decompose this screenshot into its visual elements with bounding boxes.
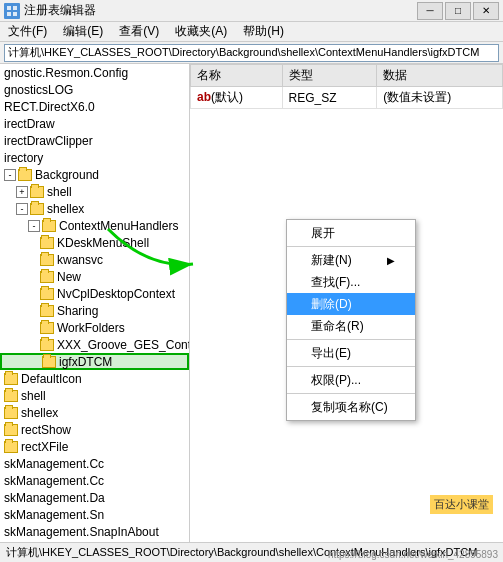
tree-label: New [57,270,81,284]
context-menu: 展开 新建(N) ▶ 查找(F)... 删除(D) 重命名(R) 导出(E) [286,219,416,421]
submenu-arrow-icon: ▶ [387,255,395,266]
tree-item[interactable]: skManagement.Sn [0,506,189,523]
tree-label: skManagement.Cc [4,457,104,471]
tree-label: skManagement.Sn [4,508,104,522]
tree-item[interactable]: irectDraw [0,115,189,132]
tree-item[interactable]: gnostic.Resmon.Config [0,64,189,81]
menu-bar: 文件(F) 编辑(E) 查看(V) 收藏夹(A) 帮助(H) [0,22,503,42]
tree-label: irectDrawClipper [4,134,93,148]
context-menu-item-expand[interactable]: 展开 [287,222,415,244]
tree-item[interactable]: skManagement.Cc [0,472,189,489]
tree-item-igfxdtcm[interactable]: igfxDTCM [0,353,189,370]
context-menu-item-permissions[interactable]: 权限(P)... [287,369,415,391]
address-bar: 计算机\HKEY_CLASSES_ROOT\Directory\Backgrou… [0,42,503,64]
menu-help[interactable]: 帮助(H) [239,23,288,40]
tree-label: irectory [4,151,43,165]
folder-icon [40,271,54,283]
tree-item[interactable]: + shell [0,183,189,200]
tree-label: skManagement.SnapInAbout [4,525,159,539]
tree-item[interactable]: shell [0,387,189,404]
tree-item[interactable]: KDeskMenuShell [0,234,189,251]
tree-item[interactable]: - shellex [0,200,189,217]
tree-item-background[interactable]: - Background [0,166,189,183]
window-controls: ─ □ ✕ [417,2,499,20]
menu-view[interactable]: 查看(V) [115,23,163,40]
tree-label: DefaultIcon [21,372,82,386]
col-type: 类型 [282,65,377,87]
table-row[interactable]: ab(默认) REG_SZ (数值未设置) [191,87,503,109]
menu-favorites[interactable]: 收藏夹(A) [171,23,231,40]
registry-values-panel: 名称 类型 数据 ab(默认) REG_SZ (数值未设置) 展开 [190,64,503,542]
tree-label: XXX_Groove_GES_Context [57,338,190,352]
tree-item[interactable]: - ContextMenuHandlers [0,217,189,234]
menu-separator [287,393,415,394]
tree-item[interactable]: RECT.DirectX6.0 [0,98,189,115]
tree-label: igfxDTCM [59,355,112,369]
tree-item[interactable]: skManagement.Da [0,489,189,506]
tree-item[interactable]: Sharing [0,302,189,319]
context-menu-item-new[interactable]: 新建(N) ▶ [287,249,415,271]
menu-edit[interactable]: 编辑(E) [59,23,107,40]
tree-label: shell [21,389,46,403]
tree-label: skManagement.Da [4,491,105,505]
tree-item[interactable]: kwansvc [0,251,189,268]
context-menu-item-find[interactable]: 查找(F)... [287,271,415,293]
context-menu-item-delete[interactable]: 删除(D) [287,293,415,315]
tree-item[interactable]: WorkFolders [0,319,189,336]
url-watermark: https://blog.csdn.net/weixin_42895893 [328,549,498,560]
expand-icon: - [28,220,40,232]
tree-item[interactable]: skManagement.Cc [0,455,189,472]
tree-item[interactable]: rectShow [0,421,189,438]
minimize-button[interactable]: ─ [417,2,443,20]
tree-item[interactable]: gnosticsLOG [0,81,189,98]
tree-label: KDeskMenuShell [57,236,149,250]
svg-rect-3 [13,12,17,16]
tree-item[interactable]: XXX_Groove_GES_Context [0,336,189,353]
folder-icon [40,322,54,334]
folder-icon [30,186,44,198]
tree-label: skManagement.SnapInComponen [4,542,186,543]
title-bar: 注册表编辑器 ─ □ ✕ [0,0,503,22]
close-button[interactable]: ✕ [473,2,499,20]
tree-item[interactable]: DefaultIcon [0,370,189,387]
tree-item[interactable]: skManagement.SnapInComponen [0,540,189,542]
menu-file[interactable]: 文件(F) [4,23,51,40]
expand-icon: - [4,169,16,181]
context-menu-item-export[interactable]: 导出(E) [287,342,415,364]
folder-icon [4,390,18,402]
tree-label: gnosticsLOG [4,83,73,97]
tree-label: irectDraw [4,117,55,131]
svg-rect-1 [13,6,17,10]
address-input[interactable]: 计算机\HKEY_CLASSES_ROOT\Directory\Backgrou… [4,44,499,62]
svg-rect-2 [7,12,11,16]
context-menu-item-copy-name[interactable]: 复制项名称(C) [287,396,415,418]
expand-icon: + [16,186,28,198]
tree-item[interactable]: irectDrawClipper [0,132,189,149]
tree-label: rectXFile [21,440,68,454]
tree-item[interactable]: shellex [0,404,189,421]
tree-label: gnostic.Resmon.Config [4,66,128,80]
col-data: 数据 [377,65,503,87]
folder-icon [18,169,32,181]
folder-icon [40,237,54,249]
folder-icon [4,424,18,436]
values-table: 名称 类型 数据 ab(默认) REG_SZ (数值未设置) [190,64,503,109]
tree-item[interactable]: rectXFile [0,438,189,455]
registry-tree: gnostic.Resmon.Config gnosticsLOG RECT.D… [0,64,190,542]
svg-rect-0 [7,6,11,10]
tree-item[interactable]: irectory [0,149,189,166]
expand-icon: - [16,203,28,215]
tree-item[interactable]: NvCplDesktopContext [0,285,189,302]
tree-label: shell [47,185,72,199]
value-data: (数值未设置) [377,87,503,109]
folder-icon [4,441,18,453]
tree-label: kwansvc [57,253,103,267]
app-icon [4,3,20,19]
folder-icon [30,203,44,215]
folder-icon [40,288,54,300]
maximize-button[interactable]: □ [445,2,471,20]
tree-item[interactable]: New [0,268,189,285]
watermark-text: 百达小课堂 [430,495,493,514]
context-menu-item-rename[interactable]: 重命名(R) [287,315,415,337]
tree-item[interactable]: skManagement.SnapInAbout [0,523,189,540]
